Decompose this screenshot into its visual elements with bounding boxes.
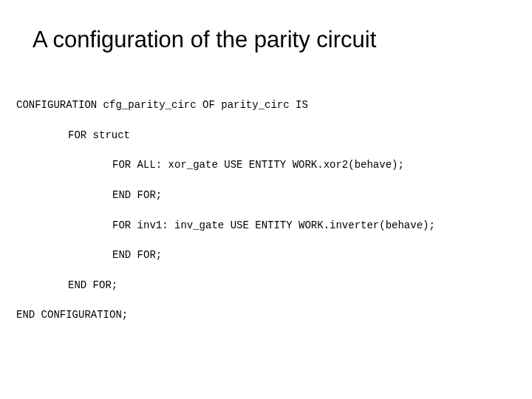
code-line: END CONFIGURATION; [16,307,532,322]
code-line: END FOR; [16,278,532,293]
code-line: CONFIGURATION cfg_parity_circ OF parity_… [16,98,532,112]
code-line: END FOR; [16,248,532,262]
code-block: CONFIGURATION cfg_parity_circ OF parity_… [0,53,532,338]
code-line: FOR ALL: xor_gate USE ENTITY WORK.xor2(b… [16,157,532,172]
code-line: FOR struct [16,128,532,143]
code-line: END FOR; [16,188,532,202]
slide-title: A configuration of the parity circuit [0,0,532,53]
code-line: FOR inv1: inv_gate USE ENTITY WORK.inver… [16,218,532,233]
